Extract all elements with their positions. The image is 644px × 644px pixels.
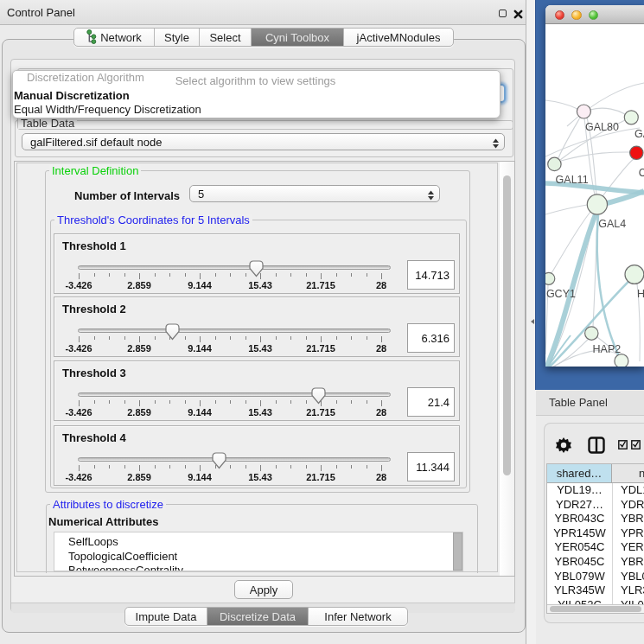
svg-text:GAL11: GAL11	[556, 174, 589, 186]
svg-text:H: H	[637, 288, 644, 300]
svg-text:GA: GA	[634, 128, 644, 140]
svg-text:C: C	[639, 167, 644, 179]
svg-text:HAP2: HAP2	[593, 343, 622, 355]
svg-text:GAL4: GAL4	[598, 218, 626, 230]
svg-text:GCY1: GCY1	[546, 288, 576, 300]
svg-text:GAL80: GAL80	[585, 121, 619, 133]
